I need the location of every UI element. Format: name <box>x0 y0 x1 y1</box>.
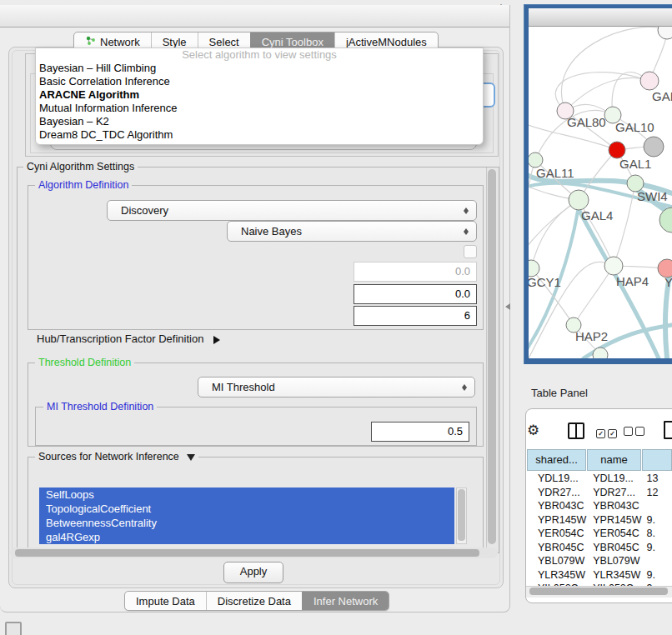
table-hscrollbar-thumb[interactable] <box>529 588 668 595</box>
table-cell: 9. <box>642 513 672 528</box>
table-cell: YDL19... <box>587 472 641 486</box>
algorithm-definition-title: Algorithm Definition <box>35 179 132 191</box>
table-cell <box>642 554 672 568</box>
menu-item-bayesian-hill-climbing[interactable]: Bayesian – Hill Climbing <box>36 62 483 75</box>
network-node-label: GCY1 <box>529 275 561 289</box>
checked-pair-icon[interactable]: ✓✓ <box>596 426 619 438</box>
tab-discretize-data[interactable]: Discretize Data <box>206 592 302 610</box>
kernel-width-field[interactable]: 0.0 <box>354 262 477 282</box>
tab-label: Discretize Data <box>218 592 291 610</box>
attribute-item-gal4rgexp[interactable]: gal4RGexp <box>39 530 454 544</box>
page-icon[interactable] <box>664 421 672 439</box>
gear-icon[interactable]: ⚙ <box>527 422 539 439</box>
table-row[interactable]: YPR145WYPR145W9. <box>527 513 672 528</box>
menu-item-basic-correlation-inference[interactable]: Basic Correlation Inference <box>36 75 483 88</box>
menu-item-aracne-algorithm[interactable]: ARACNE Algorithm <box>36 88 483 102</box>
collapse-arrow-icon <box>187 454 195 465</box>
table-cell: YDR27... <box>527 486 587 500</box>
mi-threshold-field[interactable]: 0.5 <box>371 422 469 442</box>
table-row[interactable]: YLR345WYLR345W9. <box>527 568 672 582</box>
attribute-item-betweennesscentrality[interactable]: BetweennessCentrality <box>39 516 454 530</box>
column-header-shared[interactable]: shared... <box>527 449 586 471</box>
table-row[interactable]: YDR27...YDR27...12 <box>527 486 672 500</box>
aracne-mode-value: Discovery <box>121 204 168 217</box>
app-root: Control Panel ✗ NetworkStyleSelectCyni T… <box>0 0 672 635</box>
table-row[interactable]: YBR043CYBR043C <box>527 499 672 513</box>
which-threshold-select[interactable]: MI Threshold <box>198 377 475 398</box>
network-node[interactable] <box>644 137 664 157</box>
table-cell: YBL079W <box>587 554 641 568</box>
network-node-gal[interactable] <box>640 72 659 90</box>
table-row[interactable]: YDL19...YDL19...13 <box>527 472 672 486</box>
sources-group-title: Sources for Network Inference <box>38 451 179 462</box>
attribute-item-topologicalcoefficient[interactable]: TopologicalCoefficient <box>39 502 454 516</box>
table-cell: YLR345W <box>527 568 587 582</box>
attributes-scrollbar-thumb[interactable] <box>458 489 465 541</box>
dpi-tolerance-field[interactable]: 0.0 <box>354 284 477 304</box>
column-header-name[interactable]: name <box>587 449 641 471</box>
network-node-label: GAL11 <box>536 166 574 180</box>
network-edge[interactable] <box>574 266 614 325</box>
table-cell: YBL079W <box>527 554 587 568</box>
network-node[interactable] <box>593 348 608 358</box>
table-cell: YBR043C <box>587 499 641 513</box>
table-cell: YBR045C <box>587 541 641 555</box>
tab-impute-data[interactable]: Impute Data <box>125 592 206 610</box>
menu-item-bayesian-k2[interactable]: Bayesian – K2 <box>36 115 483 128</box>
mi-type-select[interactable]: Naive Bayes <box>227 221 477 242</box>
mi-threshold-group-title: MI Threshold Definition <box>43 401 157 412</box>
apply-button[interactable]: Apply <box>223 562 283 583</box>
table-cell: YPR145W <box>527 513 587 528</box>
network-canvas[interactable]: GALGAL80GAL10GAL1GAL11SWI4GAL4GCY1HAP4YH… <box>529 26 672 358</box>
attribute-item-selfloops[interactable]: SelfLoops <box>39 488 454 502</box>
manual-kernel-checkbox[interactable] <box>464 245 477 258</box>
algorithm-menu: Bayesian – Hill ClimbingBasic Correlatio… <box>36 62 483 142</box>
network-node-gal1[interactable] <box>609 142 625 158</box>
network-node[interactable] <box>658 26 672 39</box>
split-columns-icon[interactable] <box>568 422 584 439</box>
table-panel-title: Table Panel <box>531 387 588 399</box>
network-edge[interactable] <box>529 160 535 250</box>
settings-hscrollbar-thumb[interactable] <box>15 549 479 557</box>
network-node-gcy1[interactable] <box>529 260 539 277</box>
unchecked-pair-icon[interactable] <box>624 426 647 438</box>
menu-item-dream8-dc-tdc-algorithm[interactable]: Dream8 DC_TDC Algorithm <box>36 128 483 142</box>
aracne-mode-select[interactable]: Discovery <box>107 200 477 221</box>
table-body: YDL19...YDL19...13YDR27...YDR27...12YBR0… <box>527 472 672 586</box>
data-attributes-list: SelfLoopsTopologicalCoefficientBetweenne… <box>39 488 454 544</box>
table-cell: 12 <box>642 486 672 500</box>
network-node-label: GAL10 <box>615 120 654 134</box>
network-node[interactable] <box>659 208 672 232</box>
table-row[interactable]: YER054CYER054C8. <box>527 527 672 541</box>
menu-item-mutual-information-inference[interactable]: Mutual Information Inference <box>36 102 483 115</box>
column-header-extra[interactable] <box>642 449 672 471</box>
sources-group-expander[interactable]: Sources for Network Inference <box>35 451 198 462</box>
hub-definition-label: Hub/Transcription Factor Definition <box>37 332 203 345</box>
checkbox-empty-icon <box>635 427 644 436</box>
control-panel-titlebar <box>0 5 509 28</box>
mi-steps-field[interactable]: 6 <box>354 306 477 326</box>
cyni-settings-title: Cyni Algorithm Settings <box>23 161 138 172</box>
network-node-label: HAP4 <box>616 274 649 288</box>
table-cell: YBR043C <box>527 499 587 513</box>
checkbox-empty-icon <box>624 427 633 436</box>
table-cell: 9. <box>642 568 672 582</box>
table-header-row: shared...name <box>527 449 672 471</box>
settings-vscrollbar-thumb[interactable] <box>488 169 496 544</box>
network-node-gal4[interactable] <box>569 190 589 210</box>
table-cell: YER054C <box>587 527 641 541</box>
spinner-arrows-icon <box>462 381 468 394</box>
checkbox-checked-icon: ✓ <box>608 429 617 438</box>
which-threshold-value: MI Threshold <box>212 381 275 393</box>
minimized-panel-icon[interactable] <box>5 622 22 635</box>
checkbox-checked-icon: ✓ <box>596 429 605 438</box>
threshold-definition-title: Threshold Definition <box>35 357 134 368</box>
tab-label: Infer Network <box>313 592 378 610</box>
algorithm-placeholder: Select algorithm to view settings <box>36 48 483 62</box>
table-row[interactable]: YBR045CYBR045C9. <box>527 541 672 555</box>
hub-definition-expander[interactable]: Hub/Transcription Factor Definition <box>37 332 224 345</box>
tab-infer-network[interactable]: Infer Network <box>302 592 389 610</box>
network-node-hap4[interactable] <box>604 257 623 275</box>
splitter-collapse-icon[interactable] <box>502 303 510 310</box>
table-row[interactable]: YBL079WYBL079W <box>527 554 672 568</box>
